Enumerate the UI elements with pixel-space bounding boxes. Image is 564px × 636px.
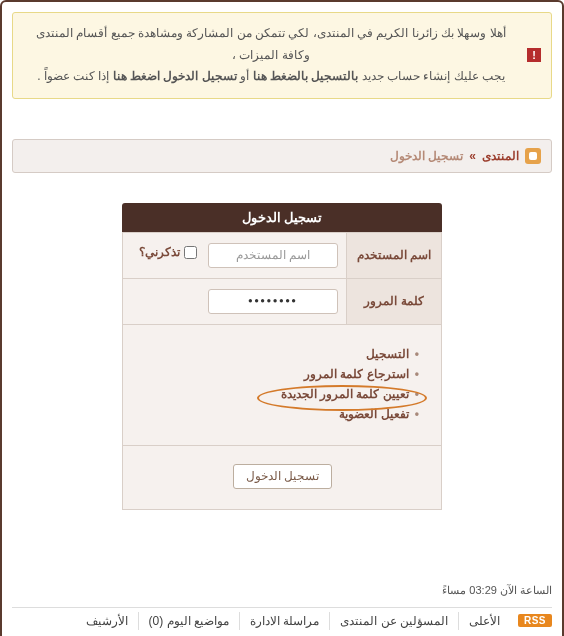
alert-or: أو bbox=[237, 69, 249, 83]
alert-line1: أهلا وسهلا بك زائرنا الكريم في المنتدى، … bbox=[36, 26, 506, 62]
alert-line2-p1: يجب عليك إنشاء حساب جديد bbox=[358, 69, 505, 83]
nav-contact-admin[interactable]: مراسلة الادارة bbox=[239, 612, 329, 630]
card-header: تسجيل الدخول bbox=[122, 203, 442, 232]
rss-badge[interactable]: RSS bbox=[518, 614, 552, 627]
alert-icon: ! bbox=[527, 48, 541, 62]
username-label: اسم المستخدم bbox=[347, 232, 442, 278]
nav-top[interactable]: الأعلى bbox=[458, 612, 510, 630]
help-links-list: التسجيل استرجاع كلمة المرور تعيين كلمة ا… bbox=[145, 347, 419, 421]
nav-today-topics[interactable]: مواضيع اليوم (0) bbox=[138, 612, 239, 630]
password-label: كلمة المرور bbox=[347, 278, 442, 324]
alert-line2-p2: إذا كنت عضواً . bbox=[37, 69, 109, 83]
time-bar: الساعة الآن 03:29 مساءً bbox=[12, 580, 552, 601]
breadcrumb: المنتدى » تسجيل الدخول bbox=[12, 139, 552, 173]
link-recover-password[interactable]: استرجاع كلمة المرور bbox=[304, 367, 409, 381]
breadcrumb-sep: » bbox=[469, 149, 476, 163]
login-card: تسجيل الدخول اسم المستخدم تذكرني؟ كلمة ا… bbox=[122, 203, 442, 510]
link-activate[interactable]: تفعيل العضوية bbox=[339, 407, 408, 421]
nav-moderators[interactable]: المسؤلين عن المنتدى bbox=[329, 612, 458, 630]
link-register[interactable]: التسجيل bbox=[366, 347, 409, 361]
welcome-alert: ! أهلا وسهلا بك زائرنا الكريم في المنتدى… bbox=[12, 12, 552, 99]
breadcrumb-forum-link[interactable]: المنتدى bbox=[482, 149, 519, 163]
nav-archive[interactable]: الأرشيف bbox=[76, 612, 138, 630]
alert-login-link[interactable]: تسجيل الدخول اضغط هنا bbox=[113, 69, 237, 83]
password-input[interactable] bbox=[208, 289, 338, 314]
login-submit-button[interactable]: تسجيل الدخول bbox=[233, 464, 332, 489]
username-input[interactable] bbox=[208, 243, 338, 268]
link-set-new-password[interactable]: تعيين كلمة المرور الجديدة bbox=[281, 387, 409, 401]
footer-nav: RSS الأعلى المسؤلين عن المنتدى مراسلة ال… bbox=[12, 612, 552, 636]
remember-checkbox[interactable] bbox=[184, 246, 197, 259]
alert-register-link[interactable]: بالتسجيل بالضغط هنا bbox=[253, 69, 359, 83]
breadcrumb-current: تسجيل الدخول bbox=[390, 149, 463, 163]
forum-icon bbox=[525, 148, 541, 164]
remember-label[interactable]: تذكرني؟ bbox=[139, 245, 197, 259]
remember-text: تذكرني؟ bbox=[139, 245, 180, 259]
